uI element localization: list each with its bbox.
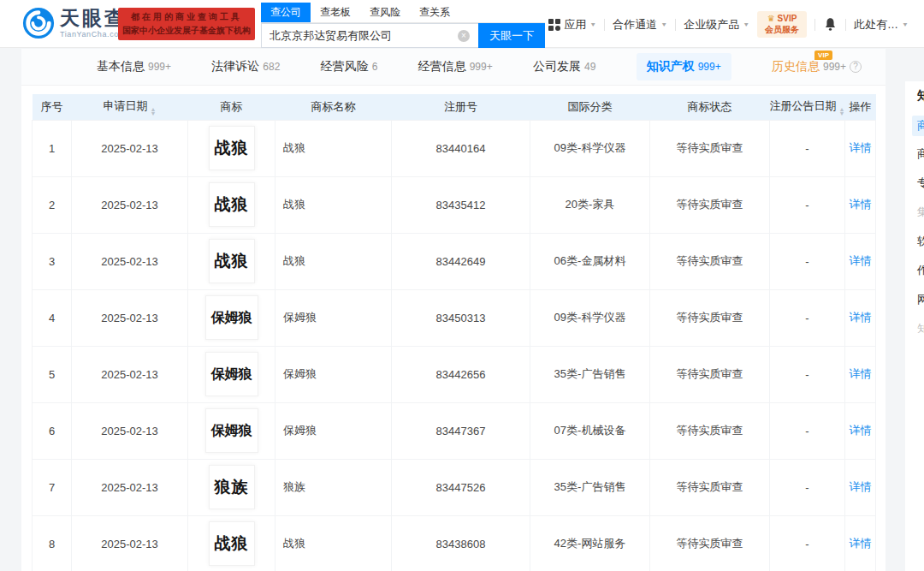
nav-enterprise-products[interactable]: 企业级产品 ▼ xyxy=(684,17,749,33)
nav-partner-label: 合作通道 xyxy=(613,17,657,33)
side-panel-item-6[interactable]: 网 xyxy=(917,292,924,307)
bell-icon[interactable] xyxy=(823,17,838,32)
table-row: 22025-02-13战狼战狼8343541220类-家具等待实质审查-详情 xyxy=(33,176,876,233)
section-tab-法律诉讼[interactable]: 法律诉讼682 xyxy=(211,59,280,74)
column-header-label: 申请日期 xyxy=(104,99,148,112)
detail-link[interactable]: 详情 xyxy=(850,198,872,211)
sort-icon[interactable]: ▲▼ xyxy=(151,107,157,116)
cell-publication-date: - xyxy=(770,346,845,402)
divider xyxy=(814,19,815,31)
cell-intl-class: 20类-家具 xyxy=(530,176,650,233)
sort-icon[interactable]: ▲▼ xyxy=(839,107,845,116)
cell-publication-date: - xyxy=(770,289,845,346)
section-tab-count: 999+ xyxy=(470,61,493,73)
detail-link[interactable]: 详情 xyxy=(850,537,872,550)
cell-action: 详情 xyxy=(845,402,876,459)
section-tab-基本信息[interactable]: 基本信息999+ xyxy=(97,59,171,74)
side-panel-item-2[interactable]: 专 xyxy=(917,175,924,191)
side-panel-item-5[interactable]: 作 xyxy=(917,263,924,278)
cell-trademark-image: 保姆狼 xyxy=(188,289,275,346)
section-tab-公司发展[interactable]: 公司发展49 xyxy=(533,59,595,74)
column-header-label: 商标名称 xyxy=(311,100,356,113)
section-tab-知识产权[interactable]: 知识产权999+ xyxy=(637,53,732,80)
cell-trademark-name: 战狼 xyxy=(275,515,392,571)
column-header-国际分类: 国际分类 xyxy=(530,94,650,120)
section-tab-count: 49 xyxy=(584,61,595,73)
nav-apps-label: 应用 xyxy=(564,17,586,33)
section-tab-历史信息[interactable]: VIP历史信息999+? xyxy=(772,59,862,74)
cell-action: 详情 xyxy=(845,289,876,346)
cell-trademark-status: 等待实质审查 xyxy=(650,459,770,515)
chevron-down-icon: ▼ xyxy=(660,21,667,28)
column-header-label: 商标状态 xyxy=(688,100,732,113)
ip-side-panel: 知识产权 商商专集软作网知 xyxy=(905,81,924,571)
side-panel-header: 知识产权 xyxy=(917,88,924,104)
section-tab-label: 知识产权 xyxy=(647,59,695,74)
tianyancha-logo[interactable]: 天眼查 TianYanCha.com xyxy=(22,7,127,39)
column-header-注册号: 注册号 xyxy=(392,94,530,120)
trademark-image[interactable]: 狼族 xyxy=(209,465,255,509)
search-input[interactable] xyxy=(261,23,478,48)
side-panel-item-7[interactable]: 知 xyxy=(917,321,924,336)
svip-sublabel: 会员服务 xyxy=(765,25,799,36)
chevron-down-icon: ▼ xyxy=(589,21,596,28)
search-tab-查关系[interactable]: 查关系 xyxy=(410,3,459,22)
trademark-image[interactable]: 保姆狼 xyxy=(205,352,258,396)
cell-trademark-status: 等待实质审查 xyxy=(650,233,770,289)
company-detail-card: 基本信息999+法律诉讼682经营风险6经营信息999+公司发展49知识产权99… xyxy=(21,49,886,571)
cell-registration-number: 83438608 xyxy=(392,515,530,571)
trademark-image[interactable]: 战狼 xyxy=(209,521,255,566)
column-header-商标名称: 商标名称 xyxy=(275,94,392,120)
cell-publication-date: - xyxy=(770,120,845,176)
column-header-label: 商标 xyxy=(221,100,243,113)
cell-registration-number: 83450313 xyxy=(392,289,530,346)
section-tab-label: 基本信息 xyxy=(97,59,145,74)
column-header-注册公告日期: 注册公告日期▲▼ xyxy=(770,94,845,120)
trademark-image[interactable]: 保姆狼 xyxy=(205,408,258,453)
trademark-image[interactable]: 战狼 xyxy=(209,239,255,283)
side-panel-item-4[interactable]: 软 xyxy=(917,234,924,249)
detail-link[interactable]: 详情 xyxy=(850,367,872,380)
cell-trademark-name: 战狼 xyxy=(275,233,392,289)
trademark-image[interactable]: 战狼 xyxy=(209,182,255,227)
search-tab-查风险[interactable]: 查风险 xyxy=(360,3,410,22)
column-header-操作: 操作 xyxy=(845,94,876,120)
cell-trademark-image: 战狼 xyxy=(188,515,275,571)
cell-index: 8 xyxy=(33,515,72,571)
nav-more[interactable]: 此处有… ▼ xyxy=(854,17,909,33)
cell-trademark-status: 等待实质审查 xyxy=(650,515,770,571)
promo-line1: 都在用的商业查询工具 xyxy=(131,10,242,24)
trademark-image[interactable]: 战狼 xyxy=(209,126,255,170)
section-tab-经营信息[interactable]: 经营信息999+ xyxy=(418,59,493,74)
cell-trademark-image: 战狼 xyxy=(188,120,275,176)
search-tab-查老板[interactable]: 查老板 xyxy=(311,3,360,22)
detail-link[interactable]: 详情 xyxy=(850,311,872,324)
side-panel-item-3[interactable]: 集 xyxy=(917,205,924,220)
top-nav: 应用 ▼ 合作通道 ▼ 企业级产品 ▼ ♛ SVIP 会员服务 此处有… ▼ xyxy=(548,11,909,38)
svip-membership-badge[interactable]: ♛ SVIP 会员服务 xyxy=(757,11,807,38)
detail-link[interactable]: 详情 xyxy=(850,254,872,267)
cell-trademark-image: 保姆狼 xyxy=(188,402,275,459)
divider xyxy=(675,19,676,31)
search-tab-查公司[interactable]: 查公司 xyxy=(261,3,311,22)
nav-apps[interactable]: 应用 ▼ xyxy=(548,17,596,33)
nav-partner-channel[interactable]: 合作通道 ▼ xyxy=(613,17,667,33)
top-header: 天眼查 TianYanCha.com 都在用的商业查询工具 国家中小企业发展子基… xyxy=(0,0,924,48)
cell-registration-number: 83440164 xyxy=(392,120,530,176)
search-tabs: 查公司查老板查风险查关系 xyxy=(261,3,545,23)
trademark-image[interactable]: 保姆狼 xyxy=(205,295,258,340)
chevron-down-icon: ▼ xyxy=(743,21,749,28)
cell-trademark-name: 狼族 xyxy=(275,459,392,515)
detail-link[interactable]: 详情 xyxy=(850,141,872,154)
side-panel-item-0[interactable]: 商 xyxy=(912,116,924,136)
cell-publication-date: - xyxy=(770,459,845,515)
detail-link[interactable]: 详情 xyxy=(850,424,872,437)
section-tab-经营风险[interactable]: 经营风险6 xyxy=(321,59,378,74)
help-icon[interactable]: ? xyxy=(850,61,862,73)
cell-publication-date: - xyxy=(770,402,845,459)
search-button[interactable]: 天眼一下 xyxy=(478,23,545,48)
clear-search-icon[interactable]: × xyxy=(458,30,470,42)
cell-trademark-image: 保姆狼 xyxy=(188,346,275,402)
detail-link[interactable]: 详情 xyxy=(850,480,872,493)
side-panel-item-1[interactable]: 商 xyxy=(917,146,924,162)
